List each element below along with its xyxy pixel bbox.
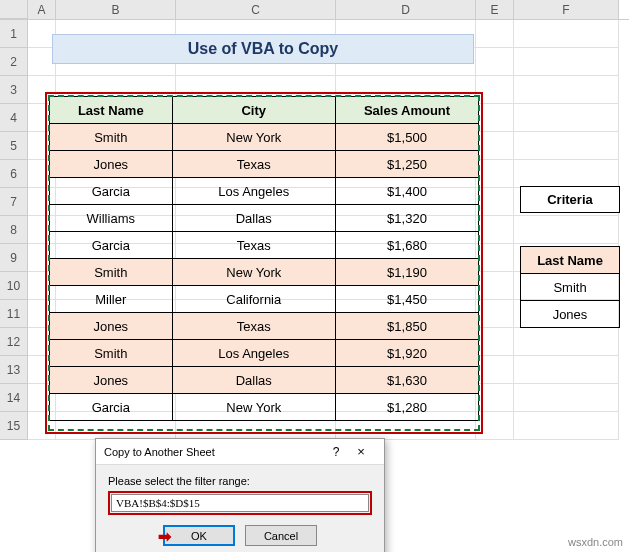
col-header-b[interactable]: B xyxy=(56,0,176,19)
cell-d[interactable]: $1,280 xyxy=(335,394,478,421)
cell[interactable] xyxy=(476,160,514,188)
row-header-14[interactable]: 14 xyxy=(0,384,28,412)
cell[interactable] xyxy=(476,104,514,132)
row-header-15[interactable]: 15 xyxy=(0,412,28,440)
cell-c[interactable]: New York xyxy=(172,259,335,286)
row-header-2[interactable]: 2 xyxy=(0,48,28,76)
table-row[interactable]: SmithNew York$1,190 xyxy=(50,259,479,286)
row-header-5[interactable]: 5 xyxy=(0,132,28,160)
criteria-value[interactable]: Smith xyxy=(521,274,620,301)
cell[interactable] xyxy=(514,132,619,160)
cell-b[interactable]: Garcia xyxy=(50,178,173,205)
cell[interactable] xyxy=(476,300,514,328)
ok-button[interactable]: OK xyxy=(163,525,235,546)
cell-d[interactable]: $1,190 xyxy=(335,259,478,286)
col-header-a[interactable]: A xyxy=(28,0,56,19)
cell-d[interactable]: $1,400 xyxy=(335,178,478,205)
cell-b[interactable]: Jones xyxy=(50,151,173,178)
cell[interactable] xyxy=(476,272,514,300)
cell[interactable] xyxy=(476,356,514,384)
cell-c[interactable]: Texas xyxy=(172,313,335,340)
cell-b[interactable]: Jones xyxy=(50,313,173,340)
cell-d[interactable]: $1,500 xyxy=(335,124,478,151)
header-city[interactable]: City xyxy=(172,97,335,124)
cell-c[interactable]: California xyxy=(172,286,335,313)
cell-c[interactable]: Texas xyxy=(172,232,335,259)
dialog-titlebar[interactable]: Copy to Another Sheet ? × xyxy=(96,439,384,465)
range-input[interactable] xyxy=(111,494,369,512)
cell[interactable] xyxy=(514,384,619,412)
cell[interactable] xyxy=(476,188,514,216)
cell-c[interactable]: Texas xyxy=(172,151,335,178)
cell[interactable] xyxy=(476,132,514,160)
criteria-table[interactable]: Last Name SmithJones xyxy=(520,246,620,328)
table-row[interactable]: JonesTexas$1,850 xyxy=(50,313,479,340)
criteria-header[interactable]: Criteria xyxy=(520,186,620,213)
row-header-7[interactable]: 7 xyxy=(0,188,28,216)
table-row[interactable]: SmithNew York$1,500 xyxy=(50,124,479,151)
cell-d[interactable]: $1,320 xyxy=(335,205,478,232)
table-row[interactable]: SmithLos Angeles$1,920 xyxy=(50,340,479,367)
cell[interactable] xyxy=(476,216,514,244)
cell[interactable] xyxy=(476,20,514,48)
cell-d[interactable]: $1,680 xyxy=(335,232,478,259)
criteria-row[interactable]: Jones xyxy=(521,301,620,328)
select-all-corner[interactable] xyxy=(0,0,28,19)
row-header-8[interactable]: 8 xyxy=(0,216,28,244)
row-header-11[interactable]: 11 xyxy=(0,300,28,328)
table-row[interactable]: WilliamsDallas$1,320 xyxy=(50,205,479,232)
row-header-10[interactable]: 10 xyxy=(0,272,28,300)
cell-b[interactable]: Jones xyxy=(50,367,173,394)
cell-c[interactable]: New York xyxy=(172,124,335,151)
row-header-4[interactable]: 4 xyxy=(0,104,28,132)
header-sales[interactable]: Sales Amount xyxy=(335,97,478,124)
table-row[interactable]: GarciaLos Angeles$1,400 xyxy=(50,178,479,205)
table-row[interactable]: GarciaTexas$1,680 xyxy=(50,232,479,259)
cell-c[interactable]: New York xyxy=(172,394,335,421)
row-header-6[interactable]: 6 xyxy=(0,160,28,188)
row-header-13[interactable]: 13 xyxy=(0,356,28,384)
col-header-e[interactable]: E xyxy=(476,0,514,19)
cell-b[interactable]: Williams xyxy=(50,205,173,232)
cell[interactable] xyxy=(476,76,514,104)
help-icon[interactable]: ? xyxy=(326,445,346,459)
cell-b[interactable]: Smith xyxy=(50,124,173,151)
cell-c[interactable]: Los Angeles xyxy=(172,178,335,205)
cell[interactable] xyxy=(514,20,619,48)
cell[interactable] xyxy=(514,216,619,244)
cancel-button[interactable]: Cancel xyxy=(245,525,317,546)
cell-c[interactable]: Dallas xyxy=(172,367,335,394)
cell-d[interactable]: $1,920 xyxy=(335,340,478,367)
cell-d[interactable]: $1,630 xyxy=(335,367,478,394)
criteria-row[interactable]: Smith xyxy=(521,274,620,301)
cell[interactable] xyxy=(514,160,619,188)
cell[interactable] xyxy=(514,76,619,104)
cell[interactable] xyxy=(476,48,514,76)
col-header-d[interactable]: D xyxy=(336,0,476,19)
table-row[interactable]: GarciaNew York$1,280 xyxy=(50,394,479,421)
cell-b[interactable]: Miller xyxy=(50,286,173,313)
row-header-9[interactable]: 9 xyxy=(0,244,28,272)
cell[interactable] xyxy=(514,356,619,384)
cell[interactable] xyxy=(476,244,514,272)
cell-b[interactable]: Smith xyxy=(50,340,173,367)
cell[interactable] xyxy=(514,104,619,132)
cell-b[interactable]: Smith xyxy=(50,259,173,286)
cell-d[interactable]: $1,250 xyxy=(335,151,478,178)
cell-d[interactable]: $1,850 xyxy=(335,313,478,340)
col-header-c[interactable]: C xyxy=(176,0,336,19)
main-data-table[interactable]: Last Name City Sales Amount SmithNew Yor… xyxy=(49,96,479,421)
criteria-value[interactable]: Jones xyxy=(521,301,620,328)
row-header-3[interactable]: 3 xyxy=(0,76,28,104)
cell[interactable] xyxy=(514,328,619,356)
cell[interactable] xyxy=(476,328,514,356)
table-row[interactable]: JonesTexas$1,250 xyxy=(50,151,479,178)
cell[interactable] xyxy=(514,412,619,440)
header-lastname[interactable]: Last Name xyxy=(50,97,173,124)
cell-b[interactable]: Garcia xyxy=(50,394,173,421)
table-row[interactable]: MillerCalifornia$1,450 xyxy=(50,286,479,313)
cell-c[interactable]: Los Angeles xyxy=(172,340,335,367)
cell-c[interactable]: Dallas xyxy=(172,205,335,232)
row-header-12[interactable]: 12 xyxy=(0,328,28,356)
cell-d[interactable]: $1,450 xyxy=(335,286,478,313)
